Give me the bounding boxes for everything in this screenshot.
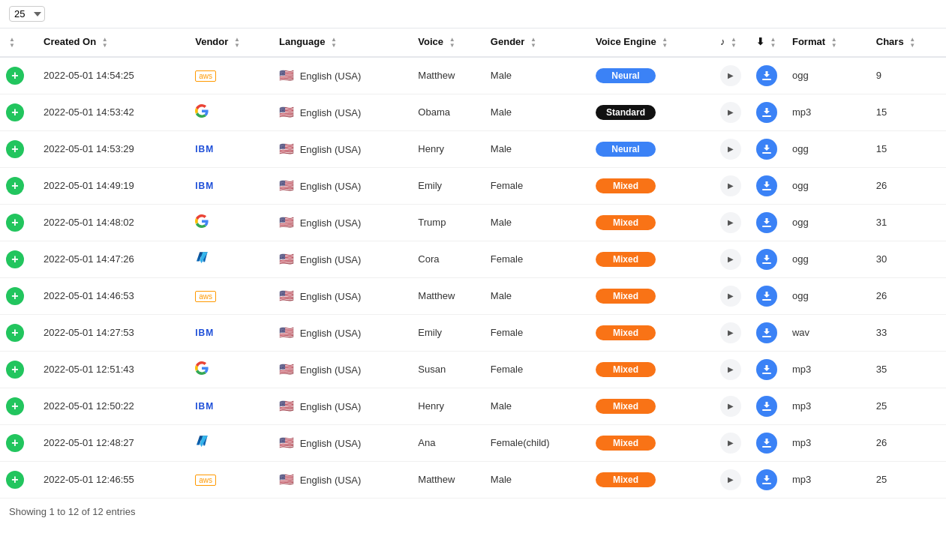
engine-badge: Mixed	[596, 472, 656, 487]
play-button[interactable]	[720, 175, 741, 196]
gender-cell: Female	[485, 314, 590, 351]
vendor-google-logo	[195, 107, 209, 120]
audio-cell	[714, 277, 750, 314]
add-button[interactable]: +	[6, 324, 24, 342]
vendor-google-logo	[195, 364, 209, 377]
download-button[interactable]	[756, 286, 777, 307]
col-download-header[interactable]: ⬇ ▲▼	[750, 28, 786, 57]
download-cell	[750, 167, 786, 204]
play-button[interactable]	[720, 469, 741, 490]
col-gender[interactable]: Gender ▲▼	[485, 28, 590, 57]
col-language[interactable]: Language ▲▼	[273, 28, 412, 57]
voice-cell: Henry	[412, 388, 485, 424]
engine-cell: Mixed	[590, 314, 714, 351]
format-cell: mp3	[786, 351, 870, 388]
format-cell: mp3	[786, 424, 870, 461]
engine-cell: Standard	[590, 94, 714, 130]
action-cell: +	[0, 94, 38, 130]
language-text: English (USA)	[300, 438, 362, 449]
download-button[interactable]	[756, 249, 777, 270]
add-button[interactable]: +	[6, 361, 24, 379]
language-text: English (USA)	[300, 364, 362, 376]
audio-cell	[714, 130, 750, 167]
flag-icon: 🇺🇸	[279, 289, 294, 302]
gender-cell: Female	[485, 351, 590, 388]
download-cell	[750, 277, 786, 314]
col-voice-engine[interactable]: Voice Engine ▲▼	[590, 28, 714, 57]
col-voice[interactable]: Voice ▲▼	[412, 28, 485, 57]
play-button[interactable]	[720, 102, 741, 123]
download-button[interactable]	[756, 396, 777, 417]
language-text: English (USA)	[300, 217, 362, 229]
play-button[interactable]	[720, 249, 741, 270]
created-on-cell: 2022-05-01 14:54:25	[38, 57, 189, 94]
play-button[interactable]	[720, 286, 741, 307]
format-cell: ogg	[786, 167, 870, 204]
voice-cell: Matthew	[412, 277, 485, 314]
download-button[interactable]	[756, 212, 777, 233]
col-chars[interactable]: Chars ▲▼	[870, 28, 946, 57]
format-cell: mp3	[786, 461, 870, 498]
play-button[interactable]	[720, 212, 741, 233]
download-button[interactable]	[756, 175, 777, 196]
add-button[interactable]: +	[6, 140, 24, 158]
download-button[interactable]	[756, 433, 777, 454]
add-button[interactable]: +	[6, 397, 24, 415]
created-on-cell: 2022-05-01 12:46:55	[38, 461, 189, 498]
play-button[interactable]	[720, 396, 741, 417]
audio-cell	[714, 204, 750, 241]
created-on-cell: 2022-05-01 12:50:22	[38, 388, 189, 424]
engine-badge: Neural	[596, 68, 656, 83]
download-button[interactable]	[756, 139, 777, 160]
col-format[interactable]: Format ▲▼	[786, 28, 870, 57]
vendor-azure-logo	[195, 255, 209, 267]
download-button[interactable]	[756, 469, 777, 490]
download-button[interactable]	[756, 65, 777, 86]
action-cell: +	[0, 167, 38, 204]
created-on-cell: 2022-05-01 14:53:29	[38, 130, 189, 167]
add-button[interactable]: +	[6, 250, 24, 268]
action-cell: +	[0, 424, 38, 461]
download-button[interactable]	[756, 359, 777, 380]
svg-rect-6	[762, 299, 771, 301]
play-button[interactable]	[720, 359, 741, 380]
download-cell	[750, 461, 786, 498]
chars-cell: 26	[870, 277, 946, 314]
created-on-cell: 2022-05-01 14:48:02	[38, 204, 189, 241]
table-row: + 2022-05-01 14:27:53 IBM 🇺🇸 English (US…	[0, 314, 946, 351]
col-created-on[interactable]: Created On ▲▼	[38, 28, 189, 57]
page-size-select[interactable]: 25 10 50 100	[9, 6, 45, 22]
add-button[interactable]: +	[6, 177, 24, 195]
col-audio[interactable]: ♪ ▲▼	[714, 28, 750, 57]
engine-badge: Mixed	[596, 436, 656, 451]
engine-cell: Mixed	[590, 241, 714, 277]
vendor-cell	[189, 241, 273, 277]
download-cell	[750, 130, 786, 167]
flag-icon: 🇺🇸	[279, 326, 294, 339]
download-button[interactable]	[756, 322, 777, 343]
download-cell	[750, 388, 786, 424]
table-header-row: ▲▼ Created On ▲▼ Vendor ▲▼ Language ▲▼ V…	[0, 28, 946, 57]
add-button[interactable]: +	[6, 287, 24, 305]
gender-cell: Female	[485, 241, 590, 277]
gender-cell: Male	[485, 204, 590, 241]
add-button[interactable]: +	[6, 103, 24, 121]
audio-cell	[714, 424, 750, 461]
add-button[interactable]: +	[6, 434, 24, 452]
action-cell: +	[0, 241, 38, 277]
language-cell: 🇺🇸 English (USA)	[273, 351, 412, 388]
col-vendor[interactable]: Vendor ▲▼	[189, 28, 273, 57]
language-cell: 🇺🇸 English (USA)	[273, 461, 412, 498]
engine-badge: Mixed	[596, 362, 656, 377]
play-button[interactable]	[720, 322, 741, 343]
play-button[interactable]	[720, 139, 741, 160]
engine-badge: Standard	[596, 105, 656, 120]
chars-cell: 31	[870, 204, 946, 241]
play-button[interactable]	[720, 433, 741, 454]
add-button[interactable]: +	[6, 214, 24, 232]
download-button[interactable]	[756, 102, 777, 123]
add-button[interactable]: +	[6, 471, 24, 489]
play-button[interactable]	[720, 65, 741, 86]
add-button[interactable]: +	[6, 67, 24, 85]
table-row: + 2022-05-01 12:48:27 🇺🇸 English (USA) A…	[0, 424, 946, 461]
